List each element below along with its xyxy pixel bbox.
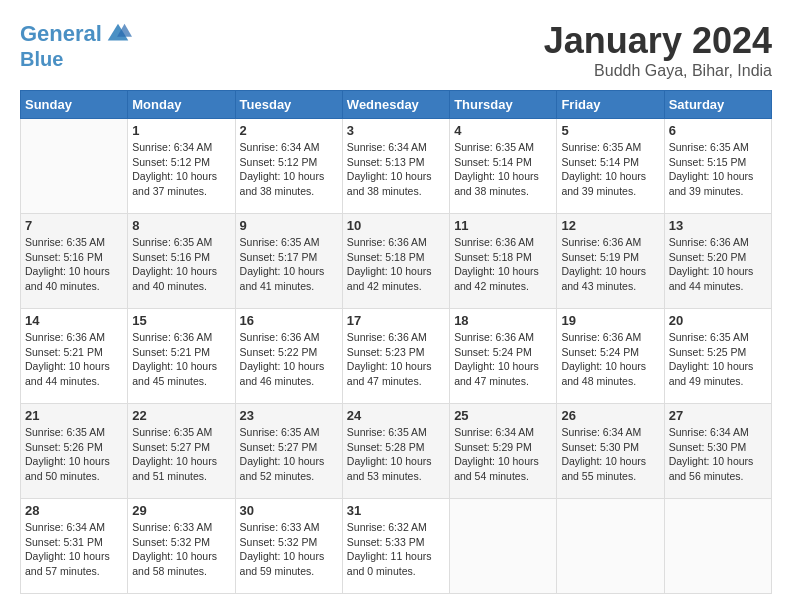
calendar-cell: 17Sunrise: 6:36 AM Sunset: 5:23 PM Dayli… — [342, 309, 449, 404]
day-number: 28 — [25, 503, 123, 518]
calendar-week-row: 1Sunrise: 6:34 AM Sunset: 5:12 PM Daylig… — [21, 119, 772, 214]
day-info: Sunrise: 6:36 AM Sunset: 5:23 PM Dayligh… — [347, 330, 445, 389]
day-number: 6 — [669, 123, 767, 138]
day-number: 3 — [347, 123, 445, 138]
day-info: Sunrise: 6:35 AM Sunset: 5:15 PM Dayligh… — [669, 140, 767, 199]
day-info: Sunrise: 6:35 AM Sunset: 5:27 PM Dayligh… — [240, 425, 338, 484]
day-number: 9 — [240, 218, 338, 233]
calendar-week-row: 14Sunrise: 6:36 AM Sunset: 5:21 PM Dayli… — [21, 309, 772, 404]
logo: General Blue — [20, 20, 132, 70]
day-info: Sunrise: 6:36 AM Sunset: 5:24 PM Dayligh… — [454, 330, 552, 389]
calendar-cell: 10Sunrise: 6:36 AM Sunset: 5:18 PM Dayli… — [342, 214, 449, 309]
day-number: 26 — [561, 408, 659, 423]
calendar-cell — [21, 119, 128, 214]
day-info: Sunrise: 6:35 AM Sunset: 5:28 PM Dayligh… — [347, 425, 445, 484]
calendar-cell: 29Sunrise: 6:33 AM Sunset: 5:32 PM Dayli… — [128, 499, 235, 594]
day-info: Sunrise: 6:36 AM Sunset: 5:18 PM Dayligh… — [454, 235, 552, 294]
calendar-cell: 2Sunrise: 6:34 AM Sunset: 5:12 PM Daylig… — [235, 119, 342, 214]
day-info: Sunrise: 6:35 AM Sunset: 5:25 PM Dayligh… — [669, 330, 767, 389]
calendar-cell — [664, 499, 771, 594]
day-info: Sunrise: 6:36 AM Sunset: 5:21 PM Dayligh… — [25, 330, 123, 389]
calendar-cell: 9Sunrise: 6:35 AM Sunset: 5:17 PM Daylig… — [235, 214, 342, 309]
day-number: 10 — [347, 218, 445, 233]
day-info: Sunrise: 6:35 AM Sunset: 5:16 PM Dayligh… — [132, 235, 230, 294]
calendar-week-row: 28Sunrise: 6:34 AM Sunset: 5:31 PM Dayli… — [21, 499, 772, 594]
day-info: Sunrise: 6:32 AM Sunset: 5:33 PM Dayligh… — [347, 520, 445, 579]
day-number: 31 — [347, 503, 445, 518]
day-number: 12 — [561, 218, 659, 233]
calendar-cell: 8Sunrise: 6:35 AM Sunset: 5:16 PM Daylig… — [128, 214, 235, 309]
calendar-cell: 12Sunrise: 6:36 AM Sunset: 5:19 PM Dayli… — [557, 214, 664, 309]
day-number: 19 — [561, 313, 659, 328]
day-info: Sunrise: 6:35 AM Sunset: 5:27 PM Dayligh… — [132, 425, 230, 484]
day-info: Sunrise: 6:36 AM Sunset: 5:19 PM Dayligh… — [561, 235, 659, 294]
day-number: 16 — [240, 313, 338, 328]
calendar-cell: 24Sunrise: 6:35 AM Sunset: 5:28 PM Dayli… — [342, 404, 449, 499]
day-info: Sunrise: 6:34 AM Sunset: 5:30 PM Dayligh… — [561, 425, 659, 484]
calendar-cell: 4Sunrise: 6:35 AM Sunset: 5:14 PM Daylig… — [450, 119, 557, 214]
header-day-saturday: Saturday — [664, 91, 771, 119]
day-number: 4 — [454, 123, 552, 138]
day-number: 1 — [132, 123, 230, 138]
calendar-cell: 20Sunrise: 6:35 AM Sunset: 5:25 PM Dayli… — [664, 309, 771, 404]
day-number: 5 — [561, 123, 659, 138]
day-number: 23 — [240, 408, 338, 423]
calendar-week-row: 7Sunrise: 6:35 AM Sunset: 5:16 PM Daylig… — [21, 214, 772, 309]
day-info: Sunrise: 6:35 AM Sunset: 5:16 PM Dayligh… — [25, 235, 123, 294]
day-info: Sunrise: 6:36 AM Sunset: 5:21 PM Dayligh… — [132, 330, 230, 389]
header-day-sunday: Sunday — [21, 91, 128, 119]
day-info: Sunrise: 6:34 AM Sunset: 5:12 PM Dayligh… — [240, 140, 338, 199]
day-info: Sunrise: 6:34 AM Sunset: 5:31 PM Dayligh… — [25, 520, 123, 579]
location-subtitle: Buddh Gaya, Bihar, India — [544, 62, 772, 80]
day-number: 20 — [669, 313, 767, 328]
day-info: Sunrise: 6:33 AM Sunset: 5:32 PM Dayligh… — [132, 520, 230, 579]
calendar-cell: 7Sunrise: 6:35 AM Sunset: 5:16 PM Daylig… — [21, 214, 128, 309]
day-info: Sunrise: 6:35 AM Sunset: 5:26 PM Dayligh… — [25, 425, 123, 484]
calendar-cell: 25Sunrise: 6:34 AM Sunset: 5:29 PM Dayli… — [450, 404, 557, 499]
calendar-cell: 22Sunrise: 6:35 AM Sunset: 5:27 PM Dayli… — [128, 404, 235, 499]
day-number: 11 — [454, 218, 552, 233]
calendar-cell: 16Sunrise: 6:36 AM Sunset: 5:22 PM Dayli… — [235, 309, 342, 404]
logo-icon — [104, 20, 132, 48]
header-day-wednesday: Wednesday — [342, 91, 449, 119]
month-title: January 2024 — [544, 20, 772, 62]
day-info: Sunrise: 6:34 AM Sunset: 5:30 PM Dayligh… — [669, 425, 767, 484]
header-day-thursday: Thursday — [450, 91, 557, 119]
day-info: Sunrise: 6:35 AM Sunset: 5:14 PM Dayligh… — [561, 140, 659, 199]
calendar-cell — [557, 499, 664, 594]
day-number: 27 — [669, 408, 767, 423]
day-info: Sunrise: 6:34 AM Sunset: 5:12 PM Dayligh… — [132, 140, 230, 199]
calendar-cell: 1Sunrise: 6:34 AM Sunset: 5:12 PM Daylig… — [128, 119, 235, 214]
day-info: Sunrise: 6:36 AM Sunset: 5:24 PM Dayligh… — [561, 330, 659, 389]
header-day-monday: Monday — [128, 91, 235, 119]
day-info: Sunrise: 6:36 AM Sunset: 5:22 PM Dayligh… — [240, 330, 338, 389]
calendar-table: SundayMondayTuesdayWednesdayThursdayFrid… — [20, 90, 772, 594]
logo-blue: Blue — [20, 48, 132, 70]
day-number: 30 — [240, 503, 338, 518]
calendar-cell: 14Sunrise: 6:36 AM Sunset: 5:21 PM Dayli… — [21, 309, 128, 404]
calendar-header-row: SundayMondayTuesdayWednesdayThursdayFrid… — [21, 91, 772, 119]
calendar-week-row: 21Sunrise: 6:35 AM Sunset: 5:26 PM Dayli… — [21, 404, 772, 499]
title-block: January 2024 Buddh Gaya, Bihar, India — [544, 20, 772, 80]
calendar-cell: 3Sunrise: 6:34 AM Sunset: 5:13 PM Daylig… — [342, 119, 449, 214]
page-header: General Blue January 2024 Buddh Gaya, Bi… — [20, 20, 772, 80]
calendar-cell: 21Sunrise: 6:35 AM Sunset: 5:26 PM Dayli… — [21, 404, 128, 499]
day-number: 22 — [132, 408, 230, 423]
day-number: 15 — [132, 313, 230, 328]
calendar-cell: 5Sunrise: 6:35 AM Sunset: 5:14 PM Daylig… — [557, 119, 664, 214]
day-number: 24 — [347, 408, 445, 423]
day-info: Sunrise: 6:34 AM Sunset: 5:13 PM Dayligh… — [347, 140, 445, 199]
day-info: Sunrise: 6:35 AM Sunset: 5:17 PM Dayligh… — [240, 235, 338, 294]
day-info: Sunrise: 6:34 AM Sunset: 5:29 PM Dayligh… — [454, 425, 552, 484]
header-day-friday: Friday — [557, 91, 664, 119]
day-number: 2 — [240, 123, 338, 138]
logo-text: General — [20, 22, 102, 46]
day-number: 17 — [347, 313, 445, 328]
calendar-cell: 30Sunrise: 6:33 AM Sunset: 5:32 PM Dayli… — [235, 499, 342, 594]
day-number: 8 — [132, 218, 230, 233]
calendar-cell: 23Sunrise: 6:35 AM Sunset: 5:27 PM Dayli… — [235, 404, 342, 499]
header-day-tuesday: Tuesday — [235, 91, 342, 119]
day-number: 25 — [454, 408, 552, 423]
day-number: 14 — [25, 313, 123, 328]
day-number: 18 — [454, 313, 552, 328]
